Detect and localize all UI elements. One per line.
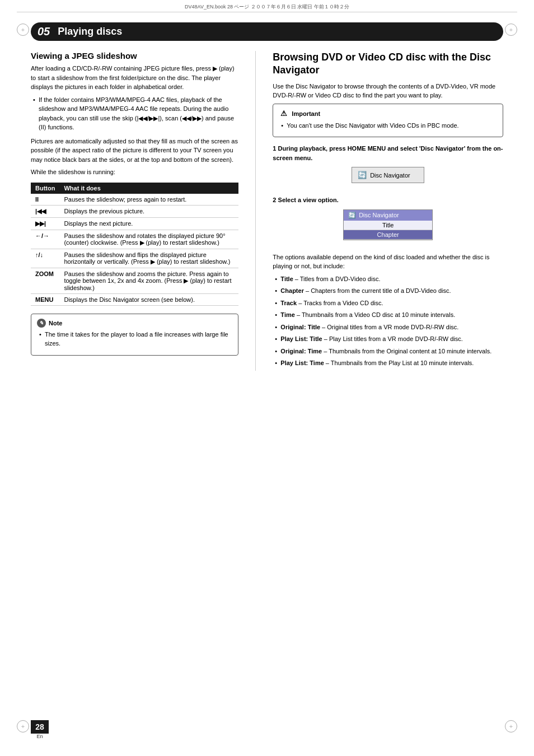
page-lang: En <box>36 734 43 739</box>
button-cell: ←/→ <box>31 230 59 249</box>
col-button-header: Button <box>31 183 59 194</box>
important-box: ⚠ Important You can't use the Disc Navig… <box>273 104 503 138</box>
note-icon: ✎ <box>37 319 46 328</box>
right-column: Browsing DVD or Video CD disc with the D… <box>273 51 503 371</box>
col-desc-header: What it does <box>59 183 238 194</box>
button-cell: II <box>31 194 59 206</box>
note-items: The time it takes for the player to load… <box>37 330 232 348</box>
important-item: You can't use the Disc Navigator with Vi… <box>287 121 497 130</box>
ui-mockup-1-label: Disc Navigator <box>370 172 410 179</box>
chapter-number: 05 <box>38 25 50 38</box>
table-row: ←/→Pauses the slideshow and rotates the … <box>31 230 238 249</box>
list-item: Track – Tracks from a Video CD disc. <box>280 298 503 308</box>
desc-cell: Pauses the slideshow and zooms the pictu… <box>59 268 238 293</box>
table-row: ↑/↓Pauses the slideshow and flips the di… <box>31 249 238 268</box>
button-cell: MENU <box>31 293 59 305</box>
ui-mockup-2-header-label: Disc Navigator <box>359 212 399 218</box>
button-cell: ZOOM <box>31 268 59 293</box>
desc-cell: Displays the next picture. <box>59 217 238 230</box>
desc-cell: Pauses the slideshow and flips the displ… <box>59 249 238 268</box>
options-list: Title – Titles from a DVD-Video disc.Cha… <box>273 274 503 368</box>
page-footer: 28 En <box>31 720 49 739</box>
list-item: Original: Time – Thumbnails from the Ori… <box>280 347 503 356</box>
step2-text: 2 Select a view option. <box>273 195 503 205</box>
table-intro: While the slideshow is running: <box>31 167 238 177</box>
button-cell: |◀◀ <box>31 205 59 217</box>
left-intro-text: After loading a CD/CD-R/-RW containing J… <box>31 64 238 92</box>
important-title: ⚠ Important <box>279 109 497 119</box>
column-divider <box>255 51 256 371</box>
step1-text: 1 During playback, press HOME MENU and s… <box>273 144 503 162</box>
ui-mockup-2-container: 🔄 Disc Navigator Title Chapter <box>273 209 503 247</box>
file-meta: DV48AV_EN.book 28 ページ ２００７年６月６日 水曜日 午前１０… <box>17 0 517 12</box>
ui-mockup-2-header: 🔄 Disc Navigator <box>344 210 432 221</box>
page-number: 28 <box>31 720 49 734</box>
table-row: MENUDisplays the Disc Navigator screen (… <box>31 293 238 305</box>
button-cell: ↑/↓ <box>31 249 59 268</box>
ui-mockup-2: 🔄 Disc Navigator Title Chapter <box>343 209 433 240</box>
options-intro: The options available depend on the kind… <box>273 253 503 271</box>
reg-mark-br <box>505 720 517 732</box>
left-column: Viewing a JPEG slideshow After loading a… <box>31 51 238 371</box>
desc-cell: Displays the Disc Navigator screen (see … <box>59 293 238 305</box>
step2-block: 2 Select a view option. 🔄 Disc Navigator… <box>273 195 503 247</box>
list-item: Title – Titles from a DVD-Video disc. <box>280 274 503 284</box>
desc-cell: Displays the previous picture. <box>59 205 238 217</box>
disc-navigator-icon-2: 🔄 <box>348 212 356 219</box>
table-row: ZOOMPauses the slideshow and zooms the p… <box>31 268 238 293</box>
desc-cell: Pauses the slideshow and rotates the dis… <box>59 230 238 249</box>
left-para2: Pictures are automatically adjusted so t… <box>31 137 238 165</box>
note-title: ✎ Note <box>37 319 232 328</box>
table-row: |◀◀Displays the previous picture. <box>31 205 238 217</box>
important-items: You can't use the Disc Navigator with Vi… <box>279 121 497 130</box>
left-bullet-1: If the folder contains MP3/WMA/MPEG-4 AA… <box>39 95 238 132</box>
list-item: Original: Title – Original titles from a… <box>280 323 503 332</box>
reg-mark-tr <box>505 24 517 36</box>
reg-mark-bl <box>17 720 29 732</box>
desc-cell: Pauses the slideshow; press again to res… <box>59 194 238 206</box>
ui-mockup-1-container: 🔄 Disc Navigator <box>273 167 503 190</box>
chapter-bar: 05 Playing discs <box>31 22 503 41</box>
list-item: Chapter – Chapters from the current titl… <box>280 286 503 296</box>
note-item: The time it takes for the player to load… <box>45 330 232 348</box>
reg-mark-tl <box>17 24 29 36</box>
list-item: Time – Thumbnails from a Video CD disc a… <box>280 310 503 320</box>
chapter-title: Playing discs <box>58 26 122 38</box>
list-item: Play List: Time – Thumbnails from the Pl… <box>280 358 503 368</box>
step1-block: 1 During playback, press HOME MENU and s… <box>273 144 503 190</box>
controls-table: Button What it does IIPauses the slidesh… <box>31 183 238 306</box>
note-box: ✎ Note The time it takes for the player … <box>31 314 238 356</box>
ui-menu-chapter: Chapter <box>344 230 432 240</box>
ui-mockup-1: 🔄 Disc Navigator <box>352 167 424 183</box>
table-row: ▶▶|Displays the next picture. <box>31 217 238 230</box>
right-intro-text: Use the Disc Navigator to browse through… <box>273 82 503 100</box>
ui-menu-title: Title <box>344 221 432 230</box>
table-row: IIPauses the slideshow; press again to r… <box>31 194 238 206</box>
right-section-heading: Browsing DVD or Video CD disc with the D… <box>273 51 503 77</box>
list-item: Play List: Title – Play List titles from… <box>280 334 503 344</box>
button-cell: ▶▶| <box>31 217 59 230</box>
warn-icon: ⚠ <box>279 109 289 119</box>
left-section-heading: Viewing a JPEG slideshow <box>31 51 238 60</box>
disc-navigator-icon-1: 🔄 <box>358 171 367 179</box>
